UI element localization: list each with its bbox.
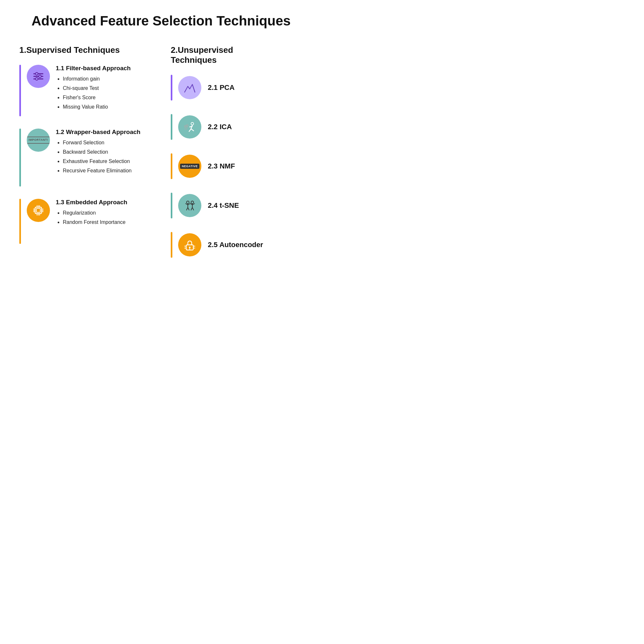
- right-item-pca: 2.1 PCA: [171, 75, 303, 101]
- list-item: Information gain: [63, 75, 131, 83]
- important-badge: IMPORTANT!: [27, 137, 50, 144]
- nmf-icon-circle: NEGATIVE: [178, 155, 201, 178]
- filter-heading: 1.1 Filter-based Approach: [56, 65, 131, 72]
- ica-icon-circle: [178, 115, 201, 139]
- filter-content: 1.1 Filter-based Approach Information ga…: [56, 65, 131, 112]
- svg-line-39: [191, 207, 192, 210]
- svg-point-29: [187, 201, 189, 204]
- right-item-autoencoder: 2.5 Autoencoder: [171, 232, 303, 258]
- svg-line-33: [187, 207, 188, 210]
- embedded-list: Regularization Random Forest Importance: [56, 209, 127, 226]
- content-columns: 1.Supervised Techniques 1.1 Filter-bas: [19, 45, 303, 271]
- chip-icon: [31, 203, 45, 217]
- filter-sliders-icon: [31, 69, 45, 83]
- tsne-people-icon: [183, 198, 197, 213]
- svg-line-28: [185, 127, 185, 130]
- wrapper-list: Forward Selection Backward Selection Exh…: [56, 139, 140, 175]
- negative-badge: NEGATIVE: [180, 164, 199, 169]
- embedded-inner: 1.3 Embedded Approach Regularization Ran…: [27, 199, 127, 228]
- wrapper-bar: [19, 129, 21, 187]
- embedded-icon-circle: [27, 199, 50, 222]
- section-filter: 1.1 Filter-based Approach Information ga…: [19, 65, 151, 116]
- svg-point-25: [186, 125, 188, 127]
- filter-inner: 1.1 Filter-based Approach Information ga…: [27, 65, 131, 112]
- tsne-bar: [171, 193, 172, 218]
- svg-line-23: [191, 129, 194, 131]
- list-item: Fisher's Score: [63, 94, 131, 101]
- right-item-ica: 2.2 ICA: [171, 114, 303, 140]
- pca-inner: 2.1 PCA: [178, 76, 235, 99]
- tsne-label: 2.4 t-SNE: [208, 201, 239, 210]
- autoencoder-bar: [171, 232, 172, 258]
- autoencoder-lock-icon: [183, 238, 197, 252]
- left-column: 1.Supervised Techniques 1.1 Filter-bas: [19, 45, 151, 271]
- pca-icon-circle: [178, 76, 201, 99]
- tsne-icon-circle: [178, 194, 201, 217]
- filter-bar: [19, 65, 21, 116]
- svg-line-34: [188, 207, 189, 210]
- nmf-label: 2.3 NMF: [208, 162, 235, 170]
- ica-running-icon: [183, 120, 197, 134]
- svg-line-40: [192, 207, 194, 210]
- section-embedded: 1.3 Embedded Approach Regularization Ran…: [19, 199, 151, 244]
- list-item: Backward Selection: [63, 148, 140, 156]
- embedded-bar: [19, 199, 21, 244]
- ica-inner: 2.2 ICA: [178, 115, 232, 139]
- nmf-inner: NEGATIVE 2.3 NMF: [178, 155, 235, 178]
- pca-label: 2.1 PCA: [208, 83, 235, 92]
- list-item: Exhaustive Feature Selection: [63, 158, 140, 165]
- list-item: Regularization: [63, 209, 127, 217]
- section-wrapper: IMPORTANT! 1.2 Wrapper-based Approach Fo…: [19, 129, 151, 187]
- autoencoder-label: 2.5 Autoencoder: [208, 241, 263, 249]
- svg-point-5: [35, 78, 38, 80]
- embedded-content: 1.3 Embedded Approach Regularization Ran…: [56, 199, 127, 228]
- right-item-tsne: 2.4 t-SNE: [171, 193, 303, 218]
- svg-point-35: [191, 201, 194, 204]
- wrapper-inner: IMPORTANT! 1.2 Wrapper-based Approach Fo…: [27, 129, 140, 176]
- list-item: Forward Selection: [63, 139, 140, 147]
- svg-rect-7: [36, 208, 40, 212]
- autoencoder-inner: 2.5 Autoencoder: [178, 233, 263, 256]
- list-item: Missing Value Ratio: [63, 103, 131, 111]
- wrapper-content: 1.2 Wrapper-based Approach Forward Selec…: [56, 129, 140, 176]
- svg-line-22: [189, 129, 191, 131]
- ica-label: 2.2 ICA: [208, 123, 232, 131]
- list-item: Random Forest Importance: [63, 218, 127, 226]
- wrapper-icon-circle: IMPORTANT!: [27, 129, 50, 152]
- right-item-nmf: NEGATIVE 2.3 NMF: [171, 153, 303, 179]
- ica-bar: [171, 114, 172, 140]
- filter-icon-circle: [27, 65, 50, 88]
- pca-mountain-icon: [183, 81, 197, 95]
- embedded-heading: 1.3 Embedded Approach: [56, 199, 127, 206]
- tsne-inner: 2.4 t-SNE: [178, 194, 239, 217]
- list-item: Recursive Feature Elimination: [63, 167, 140, 175]
- filter-list: Information gain Chi-square Test Fisher'…: [56, 75, 131, 111]
- svg-point-3: [35, 72, 38, 75]
- svg-line-26: [187, 127, 187, 130]
- pca-bar: [171, 75, 172, 101]
- nmf-bar: [171, 153, 172, 179]
- page-title: Advanced Feature Selection Techniques: [19, 13, 303, 29]
- svg-point-4: [39, 75, 41, 78]
- right-col-heading: 2.Unsupervised Techniques: [171, 45, 303, 65]
- wrapper-heading: 1.2 Wrapper-based Approach: [56, 129, 140, 136]
- right-column: 2.Unsupervised Techniques 2.1 PCA: [171, 45, 303, 271]
- list-item: Chi-square Test: [63, 84, 131, 92]
- left-col-heading: 1.Supervised Techniques: [19, 45, 151, 55]
- autoencoder-icon-circle: [178, 233, 201, 256]
